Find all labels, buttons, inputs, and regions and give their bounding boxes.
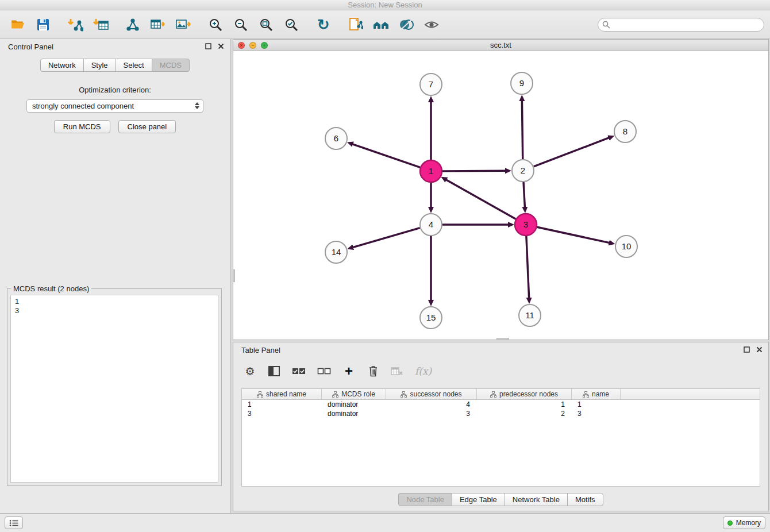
tab-node-table[interactable]: Node Table <box>398 493 452 506</box>
export-image-icon <box>175 17 191 32</box>
mcds-result-box[interactable]: 1 3 <box>10 295 218 483</box>
zoom-in-button[interactable] <box>206 15 225 34</box>
cell-successor-nodes: 4 <box>386 400 477 409</box>
tab-mcds[interactable]: MCDS <box>152 59 190 72</box>
close-panel-icon[interactable] <box>217 43 224 49</box>
open-session-button[interactable] <box>8 15 28 34</box>
new-network-button[interactable] <box>123 15 143 34</box>
table-settings-button[interactable]: ⚙ <box>244 364 256 378</box>
graph-node-label-15: 15 <box>426 313 436 322</box>
control-panel-tabs: NetworkStyleSelectMCDS <box>0 59 230 72</box>
tab-edge-table[interactable]: Edge Table <box>452 493 505 506</box>
tab-network[interactable]: Network <box>40 59 84 72</box>
export-table-button[interactable] <box>148 15 168 34</box>
criterion-dropdown[interactable]: strongly connected component <box>26 99 203 113</box>
task-history-button[interactable] <box>5 516 23 529</box>
import-network-button[interactable] <box>66 15 85 34</box>
delete-table-button[interactable] <box>391 364 403 378</box>
memory-status-dot <box>727 521 733 526</box>
column-header-predecessor-nodes[interactable]: predecessor nodes <box>477 389 572 399</box>
tab-select[interactable]: Select <box>116 59 152 72</box>
tab-style[interactable]: Style <box>83 59 116 72</box>
first-neighbors-button[interactable] <box>371 15 391 34</box>
graph-edge-1-2[interactable] <box>442 171 506 171</box>
save-session-button[interactable] <box>33 15 53 34</box>
graph-edge-3-1[interactable] <box>446 180 515 219</box>
style-venn-button[interactable] <box>396 15 416 34</box>
eye-icon <box>424 17 440 32</box>
zoom-out-icon <box>233 17 248 32</box>
add-row-button[interactable]: + <box>342 364 355 378</box>
float-panel-icon[interactable] <box>205 43 211 49</box>
graph-node-label-10: 10 <box>622 241 632 251</box>
delete-table-icon <box>391 367 403 376</box>
network-canvas[interactable]: 1234678910111415 <box>233 51 768 340</box>
function-icon: f(x) <box>415 365 432 377</box>
refresh-layout-button[interactable]: ↻ <box>314 15 333 34</box>
show-columns-button[interactable] <box>268 364 280 378</box>
graph-edge-2-8[interactable] <box>534 138 609 167</box>
cell-shared-name: 1 <box>242 400 322 409</box>
delete-row-button[interactable] <box>367 364 379 378</box>
graph-node-label-1: 1 <box>429 166 433 176</box>
graph-node-label-14: 14 <box>332 247 341 257</box>
cell-predecessor-nodes: 2 <box>477 409 572 418</box>
apply-function-button[interactable]: f(x) <box>415 364 432 378</box>
import-network-icon <box>67 17 83 32</box>
search-input[interactable] <box>598 18 764 32</box>
import-table-button[interactable] <box>91 15 110 34</box>
tab-network-table[interactable]: Network Table <box>505 493 568 506</box>
attribute-tree-icon <box>401 391 407 398</box>
table-row-0[interactable]: 1dominator411 <box>242 400 760 409</box>
graph-edge-2-9[interactable] <box>522 101 522 159</box>
graph-edge-4-14[interactable] <box>353 228 420 248</box>
select-all-icon <box>292 367 306 376</box>
column-header-mcds-role[interactable]: MCDS role <box>322 389 386 399</box>
close-table-panel-icon[interactable] <box>756 346 763 353</box>
cell-name: 1 <box>572 400 621 409</box>
cell-predecessor-nodes: 1 <box>477 400 572 409</box>
run-mcds-button[interactable]: Run MCDS <box>54 120 110 133</box>
graph-edge-3-10[interactable] <box>537 227 610 242</box>
memory-button[interactable]: Memory <box>723 516 765 529</box>
zoom-window-icon[interactable]: + <box>261 42 268 49</box>
mcds-result-title: MCDS result (2 nodes) <box>11 284 91 293</box>
optimization-criterion-label: Optimization criterion: <box>0 86 230 94</box>
close-panel-button[interactable]: Close panel <box>118 120 176 133</box>
export-network-button[interactable] <box>346 15 365 34</box>
show-hide-button[interactable] <box>422 15 441 34</box>
table-header-row: shared nameMCDS rolesuccessor nodesprede… <box>242 389 760 400</box>
window-title: Session: New Session <box>348 1 422 9</box>
select-all-button[interactable] <box>292 364 306 378</box>
column-header-shared-name[interactable]: shared name <box>242 389 322 399</box>
deselect-all-button[interactable] <box>317 364 331 378</box>
close-window-icon[interactable]: × <box>238 42 245 49</box>
network-graph[interactable]: 1234678910111415 <box>233 51 768 340</box>
export-network-doc-icon <box>348 17 363 32</box>
graph-edge-3-11[interactable] <box>526 236 529 298</box>
column-header-successor-nodes[interactable]: successor nodes <box>386 389 477 399</box>
splitter-handle-horizontal[interactable] <box>496 338 509 340</box>
network-icon <box>125 17 140 32</box>
table-row-1[interactable]: 3dominator323 <box>242 409 760 418</box>
table-panel-title: Table Panel <box>241 346 280 354</box>
cell-mcds-role: dominator <box>322 400 386 409</box>
graph-node-label-4: 4 <box>429 219 433 229</box>
float-table-panel-icon[interactable] <box>743 346 750 353</box>
tab-motifs[interactable]: Motifs <box>567 493 603 506</box>
graph-edge-1-6[interactable] <box>352 144 420 168</box>
export-image-button[interactable] <box>174 15 193 34</box>
column-header-name[interactable]: name <box>572 389 621 399</box>
graph-edge-2-3[interactable] <box>523 182 525 207</box>
network-view-window: × − + scc.txt 1234678910111415 <box>233 39 769 340</box>
column-header-label: shared name <box>266 390 306 398</box>
network-window-titlebar[interactable]: × − + scc.txt <box>233 40 768 51</box>
graph-node-label-3: 3 <box>523 219 528 229</box>
zoom-selected-button[interactable] <box>282 15 301 34</box>
zoom-out-button[interactable] <box>231 15 251 34</box>
minimize-window-icon[interactable]: − <box>249 42 256 49</box>
houses-icon <box>372 17 390 32</box>
main-toolbar: ↻ <box>0 10 770 39</box>
zoom-fit-button[interactable] <box>256 15 276 34</box>
splitter-handle-vertical[interactable] <box>233 269 235 282</box>
